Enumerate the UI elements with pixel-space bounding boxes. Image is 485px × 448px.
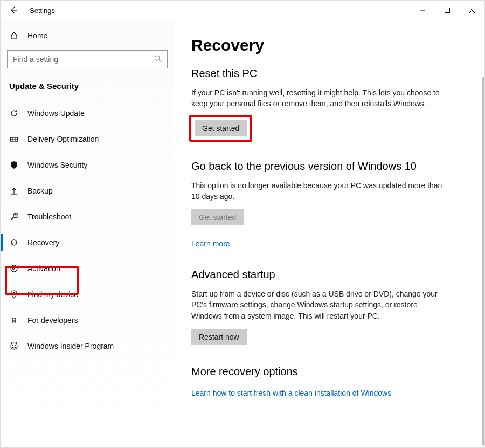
search-input[interactable] [13,55,154,64]
svg-point-1 [155,56,160,60]
section-desc: Start up from a device or disc (such as … [191,288,450,321]
main-content: Recovery Reset this PC If your PC isn't … [174,20,484,447]
goback-get-started-button: Get started [191,209,244,225]
activation-icon [9,264,19,273]
sidebar-item-label: Windows Insider Program [27,342,114,350]
section-desc: This option is no longer available becau… [191,180,450,202]
sidebar-item-label: Recovery [27,238,59,247]
svg-point-5 [11,343,17,349]
svg-rect-0 [445,8,450,13]
sync-icon [9,108,19,118]
sidebar-item-backup[interactable]: Backup [1,178,174,204]
sidebar: Home Update & Security Windows Update De… [1,20,174,447]
home-label: Home [27,31,47,40]
reset-get-started-button[interactable]: Get started [195,120,247,136]
maximize-button[interactable] [435,2,460,19]
more-options-link[interactable]: Learn how to start fresh with a clean in… [191,389,391,397]
section-reset: Reset this PC If your PC isn't running w… [191,67,467,140]
sidebar-item-label: Delivery Optimization [27,135,99,143]
shield-icon [9,160,19,170]
restart-now-button[interactable]: Restart now [191,329,247,345]
recovery-icon [9,238,19,247]
developers-icon [9,315,19,325]
sidebar-item-windows-insider-program[interactable]: Windows Insider Program [1,333,174,359]
sidebar-item-recovery[interactable]: Recovery [1,230,174,256]
svg-point-7 [15,345,16,346]
sidebar-item-label: For developers [27,316,78,325]
section-advanced: Advanced startup Start up from a device … [191,268,467,345]
troubleshoot-icon [9,212,19,222]
findmydevice-icon [9,290,19,299]
svg-point-6 [12,345,13,346]
sidebar-item-windows-update[interactable]: Windows Update [1,100,174,126]
sidebar-item-label: Windows Update [27,109,85,118]
category-label: Update & Security [1,76,174,100]
section-heading: More recovery options [191,366,467,378]
section-more: More recovery options Learn how to start… [191,366,467,397]
sidebar-item-label: Backup [27,187,53,195]
search-icon [154,55,162,64]
sidebar-item-troubleshoot[interactable]: Troubleshoot [1,204,174,230]
titlebar: Settings [1,1,484,20]
insider-icon [9,341,19,351]
goback-learn-more-link[interactable]: Learn more [191,239,230,248]
delivery-icon [9,134,19,144]
sidebar-item-find-my-device[interactable]: Find my device [1,281,174,307]
section-heading: Advanced startup [191,268,467,281]
window-title: Settings [30,6,55,15]
backup-icon [9,186,19,196]
section-heading: Go back to the previous version of Windo… [191,160,467,173]
sidebar-item-label: Troubleshoot [27,212,71,221]
svg-point-3 [11,265,17,272]
sidebar-item-for-developers[interactable]: For developers [1,307,174,333]
back-button[interactable] [9,6,18,15]
home-link[interactable]: Home [1,25,174,46]
sidebar-item-delivery-optimization[interactable]: Delivery Optimization [1,126,174,152]
section-heading: Reset this PC [191,67,467,80]
home-icon [9,31,19,40]
minimize-button[interactable] [410,2,435,19]
sidebar-item-label: Find my device [27,290,78,299]
sidebar-item-label: Activation [27,264,60,273]
scrollbar[interactable] [482,77,484,445]
section-desc: If your PC isn't running well, resetting… [191,87,450,109]
sidebar-item-activation[interactable]: Activation [1,256,174,281]
sidebar-item-windows-security[interactable]: Windows Security [1,152,174,178]
sidebar-item-label: Windows Security [27,161,87,169]
svg-point-4 [13,292,15,294]
page-title: Recovery [191,36,467,54]
search-box[interactable] [7,50,168,68]
section-goback: Go back to the previous version of Windo… [191,160,467,249]
close-button[interactable] [460,2,484,19]
